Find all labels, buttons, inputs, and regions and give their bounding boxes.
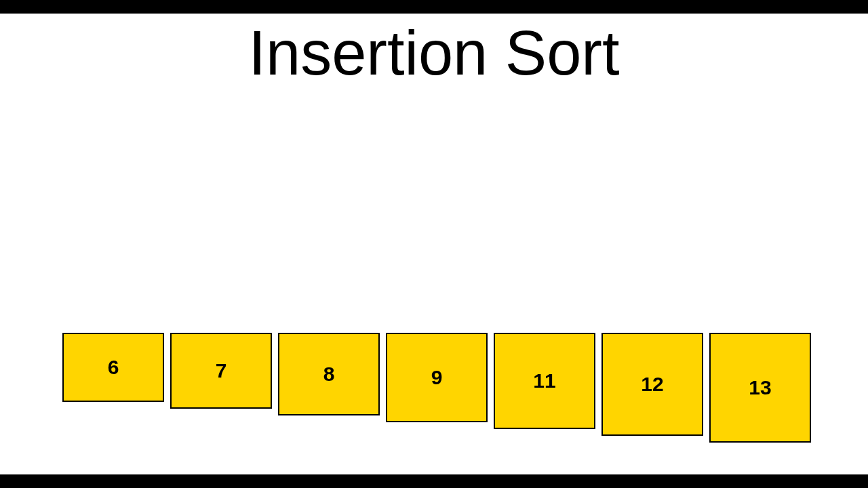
array-cell-value: 6 bbox=[108, 356, 119, 379]
array-cell-value: 12 bbox=[641, 373, 663, 396]
array-cell: 9 bbox=[386, 333, 488, 422]
array-cell: 7 bbox=[170, 333, 272, 409]
array-cell-value: 7 bbox=[216, 359, 227, 382]
slide-stage: Insertion Sort 6 7 8 9 11 12 13 bbox=[0, 14, 868, 474]
slide-title: Insertion Sort bbox=[0, 18, 868, 89]
array-cell-value: 11 bbox=[533, 369, 555, 392]
array-cell: 8 bbox=[278, 333, 380, 415]
array-cell: 6 bbox=[62, 333, 164, 402]
array-cell-value: 8 bbox=[323, 363, 335, 386]
array-cell: 13 bbox=[709, 333, 811, 443]
array-cell: 11 bbox=[494, 333, 595, 429]
array-cell: 12 bbox=[601, 333, 703, 436]
array-cell-value: 13 bbox=[749, 376, 771, 399]
array-cell-value: 9 bbox=[431, 366, 443, 389]
